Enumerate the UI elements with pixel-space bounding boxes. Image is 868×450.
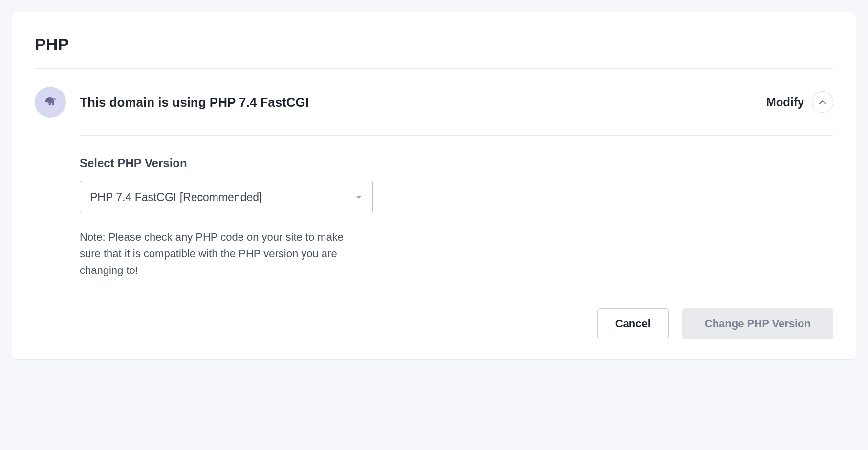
php-version-select[interactable]: PHP 7.4 FastCGI [Recommended] (80, 181, 373, 213)
section-summary: This domain is using PHP 7.4 FastCGI (80, 95, 766, 110)
action-row: Cancel Change PHP Version (80, 308, 833, 339)
section-body: Select PHP Version PHP 7.4 FastCGI [Reco… (80, 135, 833, 339)
elephant-icon (35, 87, 66, 118)
compatibility-note: Note: Please check any PHP code on your … (80, 229, 353, 279)
section-header: This domain is using PHP 7.4 FastCGI Mod… (35, 69, 833, 135)
php-card: PHP This domain is using PHP 7.4 FastCGI… (12, 12, 856, 360)
chevron-up-icon (812, 91, 833, 113)
cancel-button[interactable]: Cancel (597, 308, 669, 339)
modify-label: Modify (766, 95, 804, 109)
php-version-select-value: PHP 7.4 FastCGI [Recommended] (90, 191, 262, 204)
card-title: PHP (35, 35, 833, 69)
page-root: PHP This domain is using PHP 7.4 FastCGI… (0, 0, 868, 371)
select-php-version-label: Select PHP Version (80, 157, 833, 170)
caret-down-icon (355, 194, 363, 200)
modify-toggle[interactable]: Modify (766, 91, 833, 113)
svg-point-0 (47, 99, 48, 100)
change-php-version-button[interactable]: Change PHP Version (682, 308, 833, 339)
